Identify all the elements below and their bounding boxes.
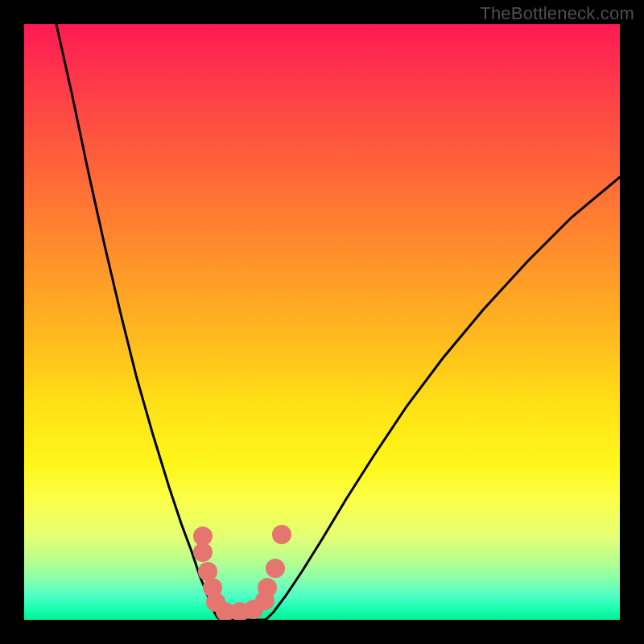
watermark-text: TheBottleneck.com — [480, 3, 634, 24]
scatter-dot — [258, 578, 277, 597]
scatter-dot — [272, 525, 291, 544]
scatter-dot — [266, 559, 285, 578]
scatter-cluster — [24, 24, 620, 620]
scatter-dot — [193, 543, 213, 562]
scatter-dots — [193, 525, 291, 620]
chart-frame: TheBottleneck.com — [0, 0, 644, 644]
